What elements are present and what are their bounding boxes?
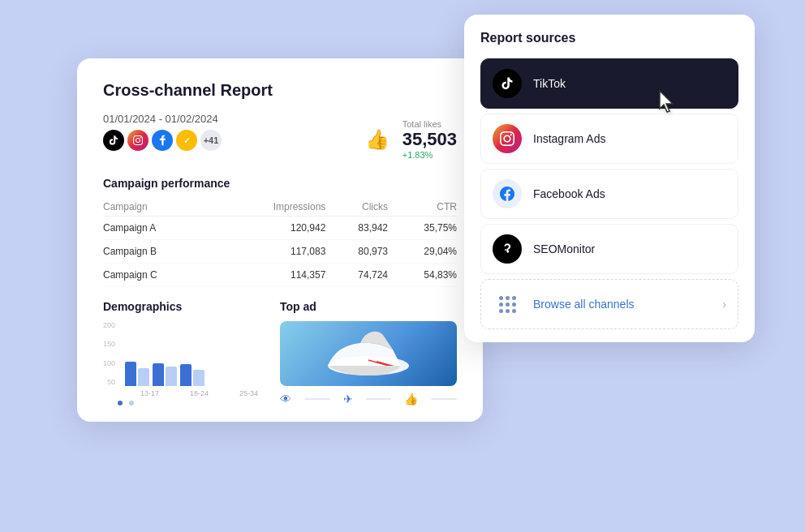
top-ad-title: Top ad <box>280 300 457 313</box>
table-cell-campaign: Campaign A <box>103 217 216 240</box>
bar-dark <box>180 364 192 386</box>
source-item-tiktok[interactable]: TikTok <box>480 58 738 109</box>
bar-area: 13-1718-2425-34 <box>118 321 280 397</box>
analytics-channel-icon: ✓ <box>176 130 197 151</box>
share-icon: ✈ <box>343 393 353 405</box>
campaign-performance-title: Campaign performance <box>103 177 457 190</box>
table-cell-clicks: 74,724 <box>325 264 388 287</box>
table-cell-campaign: Campaign B <box>103 240 216 264</box>
top-ad-section: Top ad 👁 ✈ 👍 <box>280 300 457 422</box>
tiktok-icon <box>493 69 522 98</box>
stat-line-1 <box>304 398 330 400</box>
more-channels-icon: +41 <box>200 130 222 151</box>
bar-chart <box>118 321 280 386</box>
source-name-tiktok: TikTok <box>533 77 566 90</box>
bar-light <box>193 370 204 386</box>
likes-block: 👍 Total likes 35,503 +1.83% <box>365 119 457 160</box>
chart-x-labels: 13-1718-2425-34 <box>118 389 280 397</box>
col-header-clicks: Clicks <box>325 198 388 217</box>
total-likes-change: +1.83% <box>402 150 457 160</box>
demographics-section: Demographics 50 100 150 200 13-1718-2425… <box>103 300 280 422</box>
x-label: 25-34 <box>239 389 258 397</box>
table-cell-impressions: 120,942 <box>216 217 325 240</box>
shoe-svg <box>320 325 417 382</box>
demographics-title: Demographics <box>103 300 280 313</box>
likes-icon: 👍 <box>365 128 390 151</box>
col-header-impressions: Impressions <box>216 198 325 217</box>
bar-group <box>153 363 177 386</box>
campaign-performance-table: Campaign Impressions Clicks CTR Campaign… <box>103 198 457 287</box>
bottom-row: Demographics 50 100 150 200 13-1718-2425… <box>103 300 457 422</box>
facebook-channel-icon <box>152 130 173 151</box>
sources-list: TikTokInstagram AdsFacebook AdsSEOMonito… <box>480 58 738 274</box>
channel-icons-row: ✓ +41 <box>103 130 222 151</box>
stat-line-2 <box>366 398 392 400</box>
source-name-instagram: Instagram Ads <box>533 132 606 145</box>
top-ad-stats-row: 👁 ✈ 👍 <box>280 393 457 405</box>
bar-group <box>180 364 204 386</box>
source-name-facebook: Facebook Ads <box>533 187 605 200</box>
bar-dark <box>153 363 164 386</box>
table-cell-impressions: 114,357 <box>216 264 325 287</box>
instagram-icon <box>493 124 522 153</box>
instagram-channel-icon <box>127 130 149 151</box>
panel-title: Report sources <box>480 31 738 45</box>
col-header-campaign: Campaign <box>103 198 216 217</box>
likes-values: Total likes 35,503 +1.83% <box>402 119 457 160</box>
dots-grid <box>499 296 516 313</box>
table-cell-clicks: 80,973 <box>325 240 388 264</box>
source-item-seo[interactable]: SEOMonitor <box>480 224 738 274</box>
bar-dark <box>125 362 136 386</box>
date-channel-row: 01/01/2024 - 01/02/2024 ✓ +41 👍 Total li… <box>103 113 457 165</box>
chart-legend <box>103 401 280 405</box>
bar-group <box>125 362 149 386</box>
col-header-ctr: CTR <box>388 198 457 217</box>
tiktok-channel-icon <box>103 130 124 151</box>
seo-icon <box>493 234 522 264</box>
browse-all-channels-item[interactable]: Browse all channels › <box>480 279 738 329</box>
table-row: Campaign C114,35774,72454,83% <box>103 264 457 287</box>
table-cell-ctr: 29,04% <box>388 240 457 264</box>
like-icon: 👍 <box>404 393 418 405</box>
report-title: Cross-channel Report <box>103 81 457 100</box>
date-icons-block: 01/01/2024 - 01/02/2024 ✓ +41 <box>103 113 222 165</box>
table-cell-campaign: Campaign C <box>103 264 216 287</box>
total-likes-label: Total likes <box>402 119 457 129</box>
browse-dots-icon <box>493 290 522 319</box>
date-range: 01/01/2024 - 01/02/2024 <box>103 113 222 125</box>
x-label: 18-24 <box>190 389 209 397</box>
main-report-card: Cross-channel Report 01/01/2024 - 01/02/… <box>77 58 483 422</box>
facebook-icon <box>493 179 522 208</box>
table-cell-clicks: 83,942 <box>325 217 388 240</box>
table-row: Campaign A120,94283,94235,75% <box>103 217 457 240</box>
top-ad-image <box>280 321 457 386</box>
source-item-instagram[interactable]: Instagram Ads <box>480 114 738 164</box>
report-sources-panel: Report sources TikTokInstagram AdsFacebo… <box>464 15 755 342</box>
bar-light <box>138 368 149 386</box>
table-cell-impressions: 117,083 <box>216 240 325 264</box>
demographics-chart: 50 100 150 200 13-1718-2425-34 <box>103 321 280 402</box>
table-cell-ctr: 35,75% <box>388 217 457 240</box>
browse-chevron-icon: › <box>722 298 726 311</box>
eye-icon: 👁 <box>280 393 291 405</box>
table-cell-ctr: 54,83% <box>388 264 457 287</box>
bar-light <box>166 367 177 386</box>
table-row: Campaign B117,08380,97329,04% <box>103 240 457 264</box>
y-axis: 50 100 150 200 <box>103 321 118 386</box>
stat-line-3 <box>431 398 457 400</box>
source-name-seo: SEOMonitor <box>533 242 595 255</box>
browse-all-label: Browse all channels <box>533 298 711 311</box>
total-likes-value: 35,503 <box>402 129 457 150</box>
x-label: 13-17 <box>140 389 159 397</box>
source-item-facebook[interactable]: Facebook Ads <box>480 169 738 219</box>
